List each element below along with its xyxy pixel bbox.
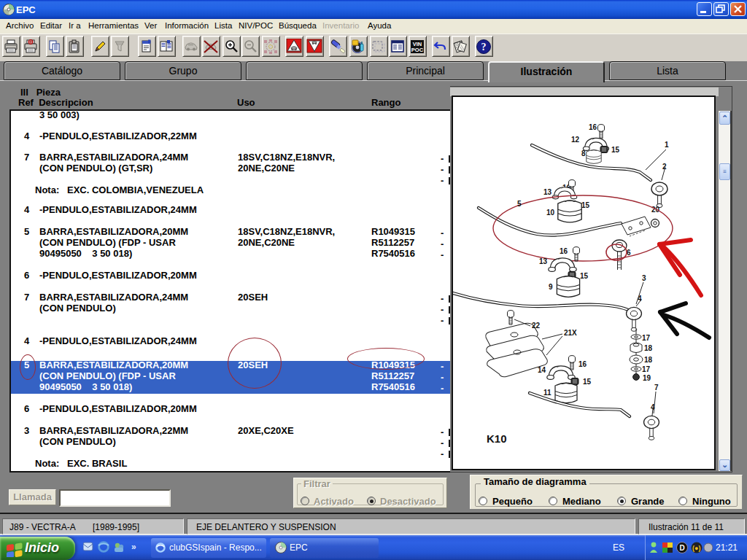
svg-text:8: 8	[581, 149, 586, 158]
svg-text:?: ?	[481, 42, 487, 52]
svg-text:D: D	[680, 544, 685, 552]
svg-text:12: 12	[571, 136, 580, 144]
svg-text:13: 13	[539, 257, 548, 265]
svg-text:21X: 21X	[564, 329, 577, 337]
svg-text:16: 16	[560, 247, 568, 255]
svg-text:18: 18	[644, 344, 653, 352]
svg-text:»: »	[131, 542, 136, 552]
svg-text:17: 17	[642, 334, 651, 342]
svg-text:16: 16	[589, 123, 597, 131]
svg-text:7: 7	[654, 384, 659, 392]
svg-text:13: 13	[543, 188, 552, 196]
svg-text:15: 15	[583, 378, 592, 386]
svg-text:22: 22	[532, 322, 541, 330]
svg-text:11: 11	[543, 389, 551, 397]
svg-text:9: 9	[549, 283, 553, 291]
svg-text:4: 4	[651, 403, 655, 411]
svg-text:(●): (●)	[692, 545, 700, 552]
svg-text:POC: POC	[411, 47, 424, 53]
svg-text:2: 2	[662, 163, 667, 171]
svg-text:10: 10	[546, 209, 555, 217]
svg-text:17: 17	[642, 365, 651, 373]
svg-text:K10: K10	[487, 432, 507, 445]
svg-text:6: 6	[627, 249, 631, 257]
svg-text:15: 15	[580, 272, 589, 280]
svg-text:15: 15	[611, 146, 620, 154]
svg-text:4: 4	[638, 295, 642, 303]
svg-text:5: 5	[517, 200, 522, 208]
svg-text:20: 20	[651, 206, 660, 214]
svg-text:3: 3	[642, 274, 646, 282]
svg-text:19: 19	[643, 374, 651, 382]
svg-text:18: 18	[644, 356, 653, 364]
svg-text:1: 1	[665, 141, 669, 149]
svg-text:14: 14	[538, 366, 546, 374]
svg-text:16: 16	[578, 360, 587, 368]
svg-text:15: 15	[581, 201, 590, 209]
